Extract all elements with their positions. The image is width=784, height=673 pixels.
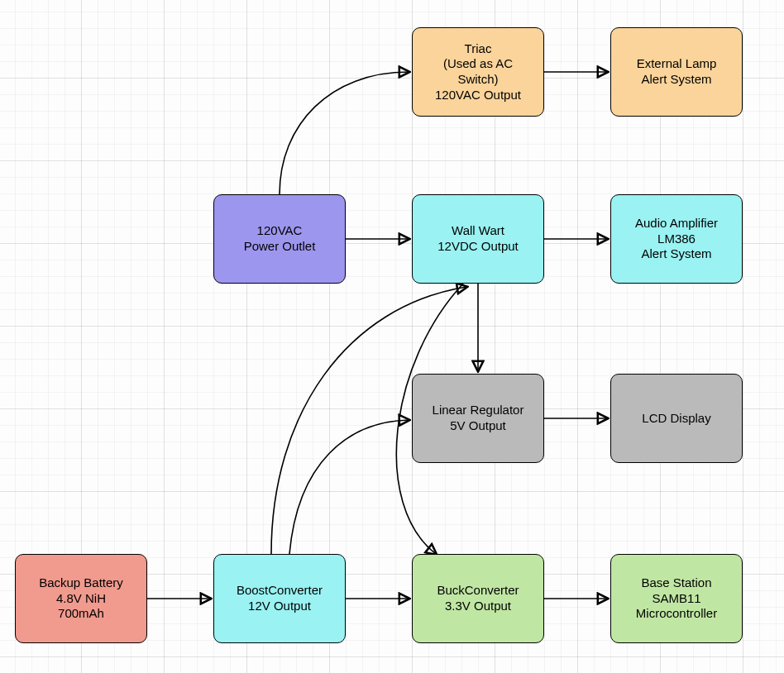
node-line: Audio Amplifier — [635, 216, 718, 231]
node-line: 120VAC Output — [435, 88, 521, 103]
edge-power-outlet-triac — [280, 72, 409, 194]
node-line: External Lamp — [637, 56, 717, 72]
node-line: 5V Output — [450, 418, 506, 434]
node-line: 120VAC — [257, 223, 303, 239]
node-line: 12V Output — [248, 599, 311, 614]
node-line: BuckConverter — [437, 583, 519, 599]
node-line: 4.8V NiH — [56, 591, 106, 607]
node-line: (Used as AC — [443, 56, 513, 72]
node-audio-amp: Audio Amplifier LM386 Alert System — [610, 194, 743, 284]
node-line: Alert System — [641, 246, 711, 262]
node-line: Base Station — [641, 575, 711, 591]
node-base-station: Base Station SAMB11 Microcontroller — [610, 554, 743, 643]
edge-boost-linear-reg — [289, 420, 409, 554]
node-line: SAMB11 — [652, 591, 700, 607]
diagram-stage: 120VAC Power Outlet Triac (Used as AC Sw… — [0, 0, 784, 673]
node-lcd-display: LCD Display — [610, 374, 743, 463]
node-line: BoostConverter — [237, 583, 323, 599]
node-external-lamp: External Lamp Alert System — [610, 27, 743, 117]
node-boost-converter: BoostConverter 12V Output — [213, 554, 346, 643]
node-line: LCD Display — [642, 411, 710, 427]
node-line: Triac — [465, 41, 492, 57]
node-line: Microcontroller — [636, 606, 717, 622]
node-line: Wall Wart — [452, 223, 504, 239]
node-line: 12VDC Output — [437, 239, 519, 255]
node-linear-regulator: Linear Regulator 5V Output — [412, 374, 544, 463]
node-triac: Triac (Used as AC Switch) 120VAC Output — [412, 27, 544, 117]
node-line: Switch) — [457, 72, 498, 88]
node-line: 700mAh — [58, 606, 104, 622]
node-backup-battery: Backup Battery 4.8V NiH 700mAh — [15, 554, 147, 643]
node-power-outlet: 120VAC Power Outlet — [213, 194, 346, 284]
node-line: Alert System — [641, 72, 711, 88]
node-line: Backup Battery — [39, 575, 123, 591]
node-buck-converter: BuckConverter 3.3V Output — [412, 554, 544, 643]
node-line: 3.3V Output — [445, 599, 511, 614]
node-line: Linear Regulator — [433, 403, 524, 418]
node-line: LM386 — [657, 231, 696, 247]
node-wall-wart: Wall Wart 12VDC Output — [412, 194, 544, 284]
node-line: Power Outlet — [244, 239, 316, 255]
